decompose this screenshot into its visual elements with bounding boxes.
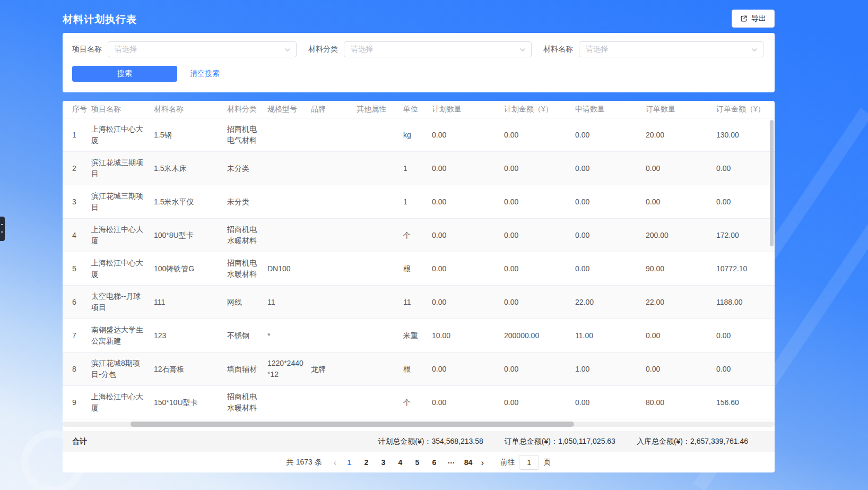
table-cell: DN100: [267, 252, 311, 285]
column-header: 订单数量: [646, 101, 716, 118]
table-cell: 11: [403, 286, 432, 319]
table-cell: [311, 219, 357, 252]
page-button[interactable]: 84: [459, 455, 476, 470]
search-button[interactable]: 搜索: [72, 66, 177, 82]
vertical-scrollbar-thumb[interactable]: [770, 120, 774, 246]
table-cell: 0.00: [432, 152, 504, 185]
table-row[interactable]: 6太空电梯--月球项目111网线11110.000.0022.0022.0011…: [63, 286, 775, 319]
table-cell: 0.00: [575, 185, 646, 218]
summary-item: 计划总金额(¥)：354,568,213.58: [378, 437, 483, 446]
table-cell: 1188.00: [716, 286, 775, 319]
table-cell: 0.00: [432, 185, 504, 218]
goto-page-input[interactable]: [519, 455, 539, 470]
prev-page-button[interactable]: ‹: [329, 458, 341, 467]
column-header: 单位: [403, 101, 432, 118]
table-cell: 0.00: [575, 152, 646, 185]
table-cell: 8: [72, 353, 91, 385]
export-button[interactable]: 导出: [732, 10, 775, 28]
table-cell: [357, 286, 403, 319]
table-cell: 22.00: [646, 286, 716, 319]
table-cell: 0.00: [646, 185, 716, 218]
table-cell: [357, 252, 403, 285]
select-placeholder: 请选择: [115, 45, 137, 54]
page-button[interactable]: 1: [341, 455, 358, 470]
drawer-handle[interactable]: [0, 217, 5, 241]
material-category-label: 材料分类: [308, 45, 338, 54]
table-cell: 太空电梯--月球项目: [91, 286, 154, 319]
table-row[interactable]: 7南钢盛达大学生公寓新建123不锈钢*米重10.00200000.0011.00…: [63, 319, 775, 353]
table-cell: [267, 386, 311, 419]
table-cell: *: [267, 319, 311, 352]
table-cell: 0.00: [504, 353, 575, 385]
table-cell: 156.60: [716, 386, 775, 419]
table-row[interactable]: 5上海松江中心大厦100铸铁管G招商机电水暖材料DN100根0.000.000.…: [63, 252, 775, 286]
goto-unit: 页: [543, 458, 551, 467]
table-cell: [357, 118, 403, 151]
summary-row: 合计 计划总金额(¥)：354,568,213.58 订单总金额(¥)：1,05…: [63, 431, 775, 452]
horizontal-scrollbar-thumb[interactable]: [131, 422, 574, 427]
table-row[interactable]: 2滨江花城三期项目1.5米木床未分类10.000.000.000.000.00: [63, 152, 775, 185]
page-button[interactable]: 2: [358, 455, 375, 470]
order-total-label: 订单总金额(¥)：: [505, 437, 558, 445]
table-cell: [311, 118, 357, 151]
table-cell: 0.00: [432, 252, 504, 285]
column-header: 项目名称: [91, 101, 154, 118]
page-button[interactable]: ⋯: [442, 455, 459, 470]
table-row[interactable]: 3滨江花城三期项目1.5米水平仪未分类10.000.000.000.000.00: [63, 185, 775, 219]
table-row[interactable]: 9上海松江中心大厦150*10U型卡招商机电水暖材料个0.000.000.008…: [63, 386, 775, 419]
table-cell: [357, 386, 403, 419]
table-cell: 上海松江中心大厦: [91, 252, 154, 285]
column-header: 计划数量: [432, 101, 504, 118]
pager-pages: 123456⋯84: [341, 455, 476, 470]
material-name-label: 材料名称: [543, 45, 573, 54]
main-page: 材料计划执行表 导出 项目名称 请选择 材料分类 请选择: [63, 0, 775, 490]
table-cell: 上海松江中心大厦: [91, 219, 154, 252]
table-cell: 200.00: [646, 219, 716, 252]
table-cell: 123: [154, 319, 227, 352]
table-cell: [267, 152, 311, 185]
page-button[interactable]: 3: [375, 455, 392, 470]
table-cell: 根: [403, 252, 432, 285]
select-placeholder: 请选择: [351, 45, 373, 54]
summary-label: 合计: [72, 437, 87, 446]
table-cell: 0.00: [504, 219, 575, 252]
table-row[interactable]: 8滨江花城8期项目-分包12石膏板墙面辅材1220*2440*12龙牌根0.00…: [63, 353, 775, 386]
table-cell: [267, 219, 311, 252]
horizontal-scrollbar[interactable]: [63, 422, 775, 427]
table-cell: 0.00: [575, 386, 646, 419]
next-page-button[interactable]: ›: [476, 458, 488, 467]
table-cell: [311, 152, 357, 185]
table-cell: 0.00: [716, 319, 775, 352]
table-cell: 墙面辅材: [227, 353, 267, 385]
table-cell: 150*10U型卡: [154, 386, 227, 419]
table-row[interactable]: 1上海松江中心大厦1.5钢招商机电电气材料kg0.000.000.0020.00…: [63, 118, 775, 152]
chevron-down-icon: [519, 45, 526, 54]
chevron-down-icon: [751, 45, 758, 54]
page-button[interactable]: 4: [392, 455, 409, 470]
table-cell: 100*8U型卡: [154, 219, 227, 252]
table-cell: 招商机电水暖材料: [227, 219, 267, 252]
pagination: 共 1673 条 ‹ 123456⋯84 › 前往 页: [63, 452, 775, 472]
page-button[interactable]: 5: [409, 455, 426, 470]
material-name-select[interactable]: 请选择: [579, 41, 763, 57]
table-cell: 1: [403, 152, 432, 185]
table-cell: [311, 185, 357, 218]
table-cell: kg: [403, 118, 432, 151]
table-cell: 未分类: [227, 152, 267, 185]
chevron-down-icon: [284, 45, 291, 54]
table-cell: 滨江花城三期项目: [91, 185, 154, 218]
clear-search-link[interactable]: 清空搜索: [190, 69, 220, 79]
inbound-total-label: 入库总金额(¥)：: [637, 437, 690, 445]
table-cell: 0.00: [575, 118, 646, 151]
table-cell: 11: [267, 286, 311, 319]
project-name-select[interactable]: 请选择: [108, 41, 297, 57]
material-category-select[interactable]: 请选择: [344, 41, 532, 57]
table-cell: 80.00: [646, 386, 716, 419]
table-row[interactable]: 4上海松江中心大厦100*8U型卡招商机电水暖材料个0.000.000.0020…: [63, 219, 775, 252]
page-button[interactable]: 6: [426, 455, 442, 470]
table-cell: 100铸铁管G: [154, 252, 227, 285]
table-cell: 招商机电电气材料: [227, 118, 267, 151]
table-cell: 滨江花城三期项目: [91, 152, 154, 185]
table-cell: 0.00: [432, 286, 504, 319]
column-header: 序号: [72, 101, 91, 118]
